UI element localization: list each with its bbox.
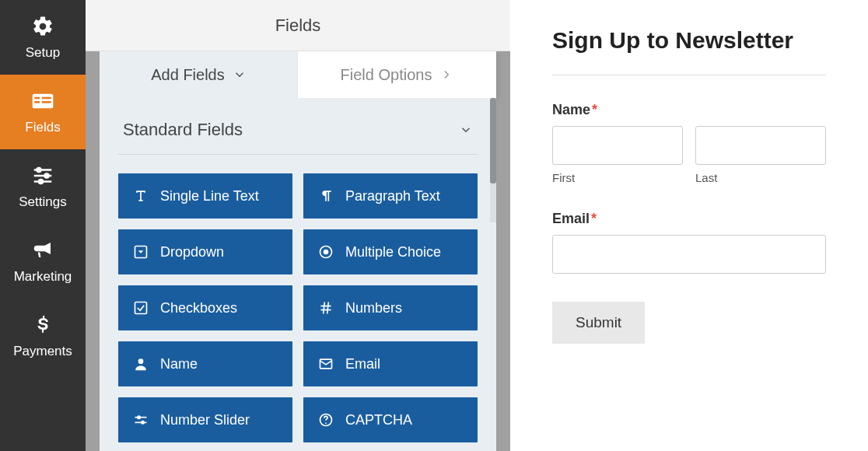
field-paragraph-text[interactable]: Paragraph Text: [303, 173, 478, 219]
sidebar-item-label: Payments: [13, 344, 72, 359]
sidebar-item-label: Marketing: [14, 269, 72, 285]
field-label: Email: [345, 356, 380, 372]
field-numbers[interactable]: Numbers: [303, 285, 478, 330]
hash-icon: [317, 299, 334, 316]
sidebar-item-payments[interactable]: Payments: [0, 299, 86, 373]
svg-rect-14: [135, 302, 147, 314]
name-label: Name*: [552, 102, 597, 118]
field-grid: Single Line Text Paragraph Text Dropdown: [118, 173, 478, 442]
form-title: Sign Up to Newsletter: [552, 26, 826, 75]
svg-rect-3: [42, 97, 51, 100]
tabs: Add Fields Field Options: [100, 51, 496, 98]
form-icon: [30, 89, 55, 114]
user-icon: [132, 355, 149, 372]
svg-rect-2: [34, 101, 40, 103]
svg-point-9: [45, 174, 49, 178]
chevron-right-icon: [439, 68, 453, 82]
fields-zone: Standard Fields Single Line Text: [100, 98, 496, 451]
svg-rect-4: [42, 101, 51, 103]
field-checkboxes[interactable]: Checkboxes: [118, 285, 292, 330]
svg-point-23: [138, 416, 140, 418]
scrollbar-track[interactable]: [490, 98, 496, 222]
svg-point-26: [325, 422, 327, 424]
svg-point-8: [37, 168, 41, 172]
last-name-input[interactable]: [695, 126, 826, 165]
tab-field-options[interactable]: Field Options: [298, 51, 496, 98]
field-label: Dropdown: [160, 244, 224, 260]
scrollbar-thumb[interactable]: [490, 98, 496, 184]
sidebar-item-settings[interactable]: Settings: [0, 149, 86, 224]
tab-label: Field Options: [341, 66, 432, 84]
sliders-icon: [132, 411, 149, 428]
field-label: Paragraph Text: [345, 188, 440, 205]
field-multiple-choice[interactable]: Multiple Choice: [303, 229, 478, 274]
section-standard-fields[interactable]: Standard Fields: [118, 109, 478, 155]
email-input[interactable]: [552, 235, 826, 274]
field-dropdown[interactable]: Dropdown: [118, 229, 292, 274]
field-label: Checkboxes: [160, 300, 237, 316]
chevron-down-icon: [233, 68, 247, 82]
svg-line-18: [327, 302, 329, 314]
tab-add-fields[interactable]: Add Fields: [100, 51, 298, 98]
field-single-line-text[interactable]: Single Line Text: [118, 173, 292, 219]
header-bar: Fields: [86, 0, 510, 51]
sidebar: Setup Fields Settings Marketing Payments: [0, 0, 86, 451]
envelope-icon: [317, 355, 334, 372]
paragraph-icon: [317, 187, 334, 205]
sidebar-item-label: Settings: [19, 194, 66, 210]
field-name[interactable]: Name: [118, 341, 292, 386]
section-title: Standard Fields: [123, 120, 243, 140]
svg-point-19: [138, 358, 144, 364]
text-cursor-icon: [132, 187, 149, 205]
field-label: Single Line Text: [160, 188, 259, 205]
field-label: Number Slider: [160, 412, 250, 428]
form-group-email: Email*: [552, 211, 826, 274]
field-label: Multiple Choice: [345, 244, 441, 260]
panel-wrap: Add Fields Field Options Stan: [100, 51, 496, 451]
bullhorn-icon: [30, 238, 55, 263]
sliders-icon: [30, 163, 55, 188]
dollar-icon: [30, 313, 55, 337]
field-label: Numbers: [345, 300, 402, 316]
required-indicator: *: [591, 211, 597, 226]
form-preview: Sign Up to Newsletter Name* First Last E…: [510, 0, 868, 451]
sidebar-item-label: Fields: [25, 120, 60, 135]
sidebar-item-marketing[interactable]: Marketing: [0, 224, 86, 299]
tab-label: Add Fields: [151, 66, 225, 84]
svg-rect-1: [34, 97, 40, 100]
radio-icon: [317, 243, 334, 260]
last-sublabel: Last: [695, 171, 826, 184]
field-email[interactable]: Email: [303, 341, 478, 386]
svg-point-13: [324, 250, 329, 255]
svg-point-24: [142, 421, 144, 424]
page-title: Fields: [275, 16, 321, 36]
sidebar-item-fields[interactable]: Fields: [0, 75, 86, 149]
sidebar-item-label: Setup: [26, 45, 60, 61]
first-sublabel: First: [552, 171, 683, 184]
first-name-input[interactable]: [552, 126, 683, 165]
checkbox-icon: [132, 299, 149, 316]
gear-icon: [30, 14, 55, 39]
field-label: CAPTCHA: [345, 412, 412, 428]
field-label: Name: [160, 356, 198, 372]
svg-point-10: [39, 180, 43, 184]
email-label: Email*: [552, 211, 597, 227]
submit-button[interactable]: Submit: [552, 302, 645, 344]
field-number-slider[interactable]: Number Slider: [118, 397, 292, 442]
required-indicator: *: [592, 102, 597, 117]
svg-line-17: [324, 302, 325, 314]
center-column: Fields Add Fields Field Options: [86, 0, 510, 451]
caret-square-icon: [132, 243, 149, 260]
form-group-name: Name* First Last: [552, 102, 826, 184]
sidebar-item-setup[interactable]: Setup: [0, 0, 86, 75]
chevron-down-icon: [459, 123, 473, 137]
question-circle-icon: [317, 411, 334, 428]
field-captcha[interactable]: CAPTCHA: [303, 397, 478, 442]
